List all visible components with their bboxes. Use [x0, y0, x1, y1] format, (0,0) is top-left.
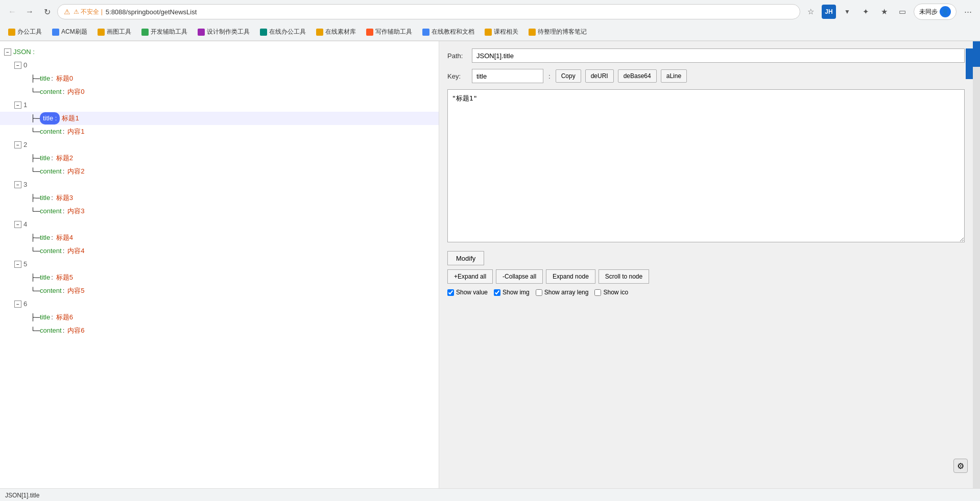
- favorites-button[interactable]: ★: [877, 5, 891, 19]
- json-item-1-title[interactable]: ├─ title : 标题1: [0, 112, 439, 125]
- bookmark-item-5[interactable]: 在线办公工具: [256, 26, 310, 38]
- json-item-2-title[interactable]: ├─ title : 标题2: [0, 152, 439, 165]
- modify-button[interactable]: Modify: [447, 251, 484, 265]
- item-6-toggle[interactable]: −: [14, 300, 21, 308]
- json-item-6-title[interactable]: ├─ title : 标题6: [0, 311, 439, 324]
- down-arrow-button[interactable]: ▼: [840, 5, 854, 19]
- collections-button[interactable]: ▭: [895, 5, 910, 19]
- bookmark-item-10[interactable]: 待整理的博客笔记: [524, 26, 591, 38]
- show-value-checkbox-item: Show value: [447, 289, 488, 296]
- json-item-1-content[interactable]: └─ content : 内容1: [0, 125, 439, 138]
- json-item-5-content[interactable]: └─ content : 内容5: [0, 284, 439, 297]
- item-1-toggle[interactable]: −: [14, 102, 21, 109]
- extensions-button[interactable]: ✦: [858, 5, 873, 19]
- key-colon-sep: :: [548, 72, 551, 80]
- collapse-all-button[interactable]: -Collapse all: [496, 269, 543, 284]
- bookmarks-bar: 办公工具 ACM刷题 画图工具 开发辅助工具 设计制作类工具 在线办公工具 在线…: [0, 23, 980, 41]
- item-5-toggle[interactable]: −: [14, 261, 21, 268]
- reload-button[interactable]: ↻: [40, 5, 54, 19]
- connector: ├─: [31, 272, 40, 283]
- json-item-4-title[interactable]: ├─ title : 标题4: [0, 231, 439, 244]
- key-2-content: content: [40, 166, 62, 177]
- json-item-6-header: − 6: [0, 297, 439, 311]
- value-3-title: 标题3: [56, 192, 73, 204]
- value-2-content: 内容2: [67, 166, 84, 177]
- bookmark-label-0: 办公工具: [17, 28, 42, 36]
- show-ico-checkbox[interactable]: [594, 289, 601, 296]
- status-text: JSON[1].title: [5, 492, 39, 499]
- colon: :: [63, 166, 65, 177]
- expand-all-button[interactable]: +Expand all: [447, 269, 493, 284]
- connector: ├─: [31, 73, 40, 84]
- value-textarea[interactable]: "标题1": [447, 89, 965, 242]
- colon: :: [51, 312, 53, 323]
- address-bar[interactable]: ⚠ ⚠ 不安全 | 5:8088/springboot/getNewsList: [57, 4, 800, 19]
- scroll-to-node-button[interactable]: Scroll to node: [599, 269, 649, 284]
- json-item-6-content[interactable]: └─ content : 内容6: [0, 324, 439, 337]
- debase64-button[interactable]: deBase64: [618, 69, 657, 83]
- copy-button[interactable]: Copy: [556, 69, 581, 83]
- bookmark-item-4[interactable]: 设计制作类工具: [194, 26, 254, 38]
- json-item-2-content[interactable]: └─ content : 内容2: [0, 165, 439, 178]
- expand-node-button[interactable]: Expand node: [546, 269, 595, 284]
- show-value-checkbox[interactable]: [447, 289, 454, 296]
- bookmark-label-8: 在线教程和文档: [432, 28, 474, 36]
- show-img-checkbox-item: Show img: [494, 289, 530, 296]
- avatar: 👤: [940, 6, 951, 17]
- bookmark-item-9[interactable]: 课程相关: [481, 26, 522, 38]
- bookmark-item-6[interactable]: 在线素材库: [312, 26, 360, 38]
- bookmark-label-5: 在线办公工具: [269, 28, 306, 36]
- more-button[interactable]: ⋯: [961, 5, 975, 19]
- key-2-title: title: [40, 153, 50, 164]
- panel-content: Path: Key: : Copy deURI deBase64 aLine "…: [439, 41, 973, 303]
- connector: └─: [31, 325, 40, 336]
- bookmark-icon-3: [141, 29, 149, 36]
- bookmark-item-2[interactable]: 画图工具: [93, 26, 135, 38]
- bookmark-item-0[interactable]: 办公工具: [4, 26, 46, 38]
- key-3-title: title: [40, 192, 50, 204]
- scrollbar-thumb: [973, 41, 980, 67]
- bookmark-item-3[interactable]: 开发辅助工具: [137, 26, 192, 38]
- bookmark-star-button[interactable]: ☆: [803, 5, 818, 19]
- value-5-title: 标题5: [56, 272, 73, 283]
- bookmark-item-7[interactable]: 写作辅助工具: [362, 26, 416, 38]
- root-label: JSON :: [13, 46, 35, 58]
- deuri-button[interactable]: deURI: [585, 69, 614, 83]
- colon: :: [63, 126, 65, 137]
- right-panel: Path: Key: : Copy deURI deBase64 aLine "…: [439, 41, 980, 488]
- right-scrollbar[interactable]: [973, 41, 980, 488]
- security-text: ⚠ 不安全 |: [74, 8, 103, 16]
- toolbar-icons: ☆ JH ▼ ✦ ★ ▭ 未同步 👤 ⋯: [803, 4, 975, 20]
- item-0-toggle[interactable]: −: [14, 62, 21, 69]
- key-1-content: content: [40, 126, 62, 137]
- json-item-3-title[interactable]: ├─ title : 标题3: [0, 191, 439, 205]
- key-input[interactable]: [472, 69, 543, 83]
- settings-gear-icon[interactable]: ⚙: [953, 459, 968, 473]
- show-img-checkbox[interactable]: [494, 289, 500, 296]
- json-item-0-title[interactable]: ├─ title : 标题0: [0, 72, 439, 85]
- key-0-title: title: [40, 73, 50, 84]
- aline-button[interactable]: aLine: [661, 69, 687, 83]
- item-2-toggle[interactable]: −: [14, 141, 21, 148]
- key-3-content: content: [40, 206, 62, 217]
- json-item-3-content[interactable]: └─ content : 内容3: [0, 205, 439, 218]
- connector: └─: [31, 285, 40, 296]
- value-6-title: 标题6: [56, 312, 73, 323]
- key-0-content: content: [40, 86, 62, 97]
- back-button[interactable]: ←: [5, 5, 19, 19]
- path-input[interactable]: [472, 48, 965, 63]
- show-array-leng-checkbox[interactable]: [536, 289, 542, 296]
- json-item-4-content[interactable]: └─ content : 内容4: [0, 244, 439, 258]
- forward-button[interactable]: →: [22, 5, 37, 19]
- bookmark-item-1[interactable]: ACM刷题: [48, 26, 91, 38]
- item-3-toggle[interactable]: −: [14, 181, 21, 188]
- root-toggle[interactable]: −: [4, 48, 11, 56]
- json-item-5-title[interactable]: ├─ title : 标题5: [0, 271, 439, 284]
- colon: :: [63, 86, 65, 97]
- item-4-toggle[interactable]: −: [14, 221, 21, 228]
- colon: :: [63, 245, 65, 257]
- bookmark-item-8[interactable]: 在线教程和文档: [418, 26, 479, 38]
- json-panel[interactable]: − JSON : − 0 ├─ title : 标题0 └─ content :…: [0, 41, 439, 488]
- profile-button[interactable]: 未同步 👤: [914, 4, 957, 20]
- json-item-0-content[interactable]: └─ content : 内容0: [0, 85, 439, 98]
